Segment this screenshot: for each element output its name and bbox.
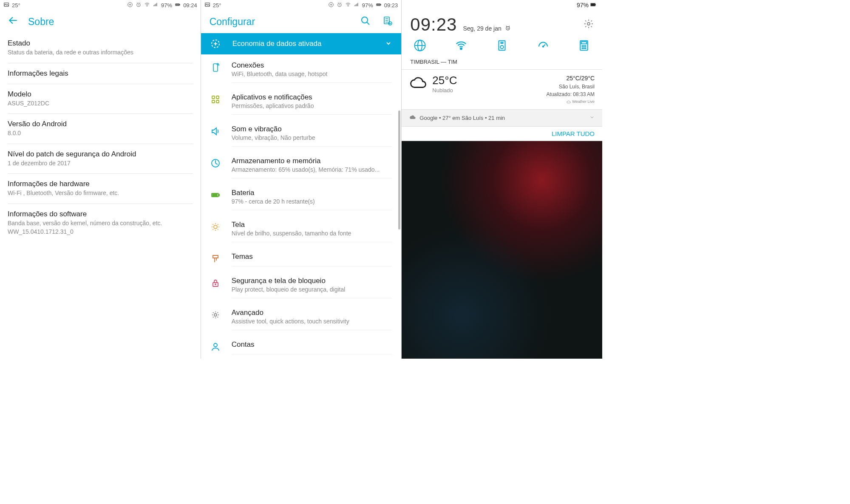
about-item[interactable]: Informações de hardwareWi-Fi , Bluetooth… (8, 174, 193, 204)
alarm-icon (337, 2, 343, 9)
plus-circle-icon (127, 2, 133, 9)
about-item[interactable]: Versão do Android8.0.0 (8, 114, 193, 144)
search-icon[interactable] (360, 16, 371, 28)
back-icon[interactable] (8, 15, 19, 29)
about-item[interactable]: ModeloASUS_Z012DC (8, 84, 193, 114)
weather-widget[interactable]: 25°C Nublado 25°C/29°C São Luís, Brasil … (402, 70, 602, 110)
scrollbar[interactable] (398, 110, 400, 229)
svg-rect-28 (216, 96, 219, 99)
settings-item[interactable]: AvançadoAssistive tool, quick actions, t… (201, 303, 402, 335)
settings-item[interactable]: Som e vibraçãoVolume, vibração, Não pert… (201, 120, 402, 152)
svg-point-56 (582, 45, 583, 46)
svg-rect-4 (153, 5, 154, 6)
qs-wifi-icon[interactable] (455, 39, 468, 52)
lock-icon (210, 278, 221, 288)
svg-rect-20 (380, 4, 381, 5)
item-title: Armazenamento e memória (232, 157, 392, 165)
svg-point-3 (147, 6, 147, 6)
themes-icon (210, 254, 221, 264)
item-subtitle: 8.0.0 (8, 129, 193, 138)
data-saver-banner[interactable]: Economia de dados ativada (201, 33, 402, 54)
svg-rect-44 (591, 3, 595, 6)
qs-mobile-data-icon[interactable] (414, 39, 426, 52)
conn-icon (210, 62, 221, 73)
status-temp: 25° (213, 2, 221, 8)
weather-updated: Atualizado: 08:33 AM (547, 91, 595, 98)
item-title: Informações de hardware (8, 180, 193, 188)
picture-icon (204, 2, 210, 9)
qs-data-usage-icon[interactable] (537, 39, 550, 52)
svg-point-58 (585, 45, 586, 46)
svg-rect-17 (357, 3, 357, 6)
customize-icon[interactable] (382, 16, 393, 28)
item-title: Modelo (8, 90, 193, 99)
svg-point-41 (214, 343, 217, 347)
item-title: Segurança e tela de bloqueio (232, 277, 392, 285)
weather-temp: 25°C (432, 74, 457, 87)
settings-item[interactable]: Contas (201, 335, 402, 359)
settings-item[interactable]: TelaNível de brilho, suspensão, tamanho … (201, 215, 402, 247)
item-subtitle: Volume, vibração, Não perturbe (232, 134, 392, 141)
battery-icon (175, 2, 181, 9)
about-item[interactable]: Informações do softwareBanda base, versã… (8, 204, 193, 242)
svg-point-14 (348, 6, 348, 6)
svg-rect-43 (595, 4, 596, 6)
pane-settings: 25° 97% 09:23 Configurar Econom (201, 0, 402, 359)
weather-hilo: 25°C/29°C (547, 74, 595, 83)
item-title: Conexões (232, 61, 392, 70)
item-subtitle: Assistive tool, quick actions, touch sen… (232, 318, 392, 325)
item-subtitle: Permissões, aplicativos padrão (232, 102, 392, 109)
header: Sobre (0, 10, 201, 33)
notification-row[interactable]: Google • 27° em São Luís • 21 min (402, 110, 602, 127)
svg-rect-6 (156, 3, 156, 6)
pane-quick-settings: 97% 09:23 Seg, 29 de jan (402, 0, 602, 359)
item-title: Estado (8, 39, 193, 48)
status-time: 09:24 (183, 2, 197, 8)
svg-rect-21 (377, 4, 380, 6)
item-title: Som e vibração (232, 125, 392, 133)
qs-sound-icon[interactable] (496, 39, 508, 52)
svg-point-59 (582, 48, 583, 48)
svg-point-51 (500, 45, 504, 49)
status-bar: 25° 97% 09:24 (0, 0, 201, 10)
settings-item[interactable]: Armazenamento e memóriaArmazenamento: 65… (201, 152, 402, 184)
settings-list: ConexõesWiFi, Bluetooth, data usage, hot… (201, 54, 402, 359)
settings-item[interactable]: Temas (201, 247, 402, 272)
settings-item[interactable]: ConexõesWiFi, Bluetooth, data usage, hot… (201, 56, 402, 88)
alarm-icon (505, 25, 511, 32)
settings-item[interactable]: Segurança e tela de bloqueioPlay protect… (201, 272, 402, 303)
cloud-icon (409, 114, 416, 122)
about-list: EstadoStatus da bateria, da rede e outra… (0, 33, 201, 242)
header: Configurar (201, 10, 402, 33)
background-blur (402, 141, 602, 359)
battery-pct: 97% (577, 2, 589, 8)
clear-all-button[interactable]: LIMPAR TUDO (402, 127, 602, 141)
about-item[interactable]: Nível do patch de segurança do Android1 … (8, 144, 193, 174)
storage-icon (210, 158, 221, 168)
status-bar: 97% (402, 0, 602, 10)
about-item[interactable]: EstadoStatus da bateria, da rede e outra… (8, 33, 193, 63)
about-item[interactable]: Informações legais (8, 63, 193, 84)
svg-rect-34 (212, 194, 214, 196)
gear-icon[interactable] (584, 19, 594, 31)
svg-rect-7 (156, 3, 157, 6)
page-title: Configurar (210, 16, 255, 28)
svg-rect-16 (355, 4, 356, 6)
item-subtitle: Status da bateria, da rede e outras info… (8, 48, 193, 57)
weather-condition: Nublado (432, 87, 457, 93)
settings-item[interactable]: Bateria97% - cerca de 20 h restante(s) (201, 184, 402, 215)
status-bar: 25° 97% 09:23 (201, 0, 402, 10)
settings-item[interactable]: Aplicativos e notificaçõesPermissões, ap… (201, 88, 402, 120)
cloud-icon (409, 74, 427, 93)
adv-icon (210, 310, 221, 320)
svg-rect-29 (212, 100, 215, 103)
qs-calculator-icon[interactable] (578, 39, 590, 52)
wifi-icon (345, 2, 351, 9)
carrier-label: TIMBRASIL — TIM (402, 56, 602, 70)
apps-icon (210, 94, 221, 105)
battery-icon (210, 190, 221, 200)
svg-rect-26 (213, 64, 218, 71)
item-subtitle: Wi-Fi , Bluetooth, Versão do firmware, e… (8, 189, 193, 198)
signal-icon (153, 2, 159, 9)
item-subtitle: ASUS_Z012DC (8, 99, 193, 108)
